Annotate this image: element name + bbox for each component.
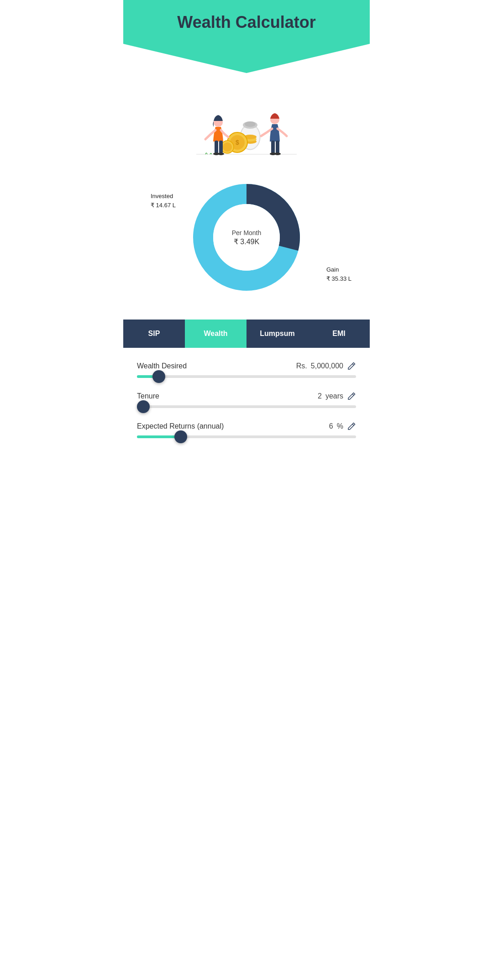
svg-point-22	[274, 152, 281, 155]
tab-sip[interactable]: SIP	[123, 320, 185, 348]
tenure-track	[137, 405, 356, 408]
gain-title: Gain	[326, 265, 351, 274]
tenure-label: Tenure	[137, 392, 159, 400]
wealth-desired-prefix: Rs.	[296, 362, 307, 370]
tenure-value-area: 2 years	[318, 392, 356, 401]
center-value: ₹ 3.49K	[232, 237, 262, 246]
tenure-value: 2	[318, 392, 322, 400]
expected-returns-label: Expected Returns (annual)	[137, 422, 224, 430]
expected-returns-value-area: 6 %	[329, 422, 356, 431]
center-label: Per Month	[232, 229, 262, 236]
expected-returns-slider[interactable]	[137, 435, 356, 438]
tenure-edit-icon[interactable]	[347, 392, 356, 401]
expected-returns-track	[137, 435, 356, 438]
svg-rect-19	[271, 141, 275, 153]
expected-returns-row: Expected Returns (annual) 6 %	[137, 422, 356, 431]
chart-center-text: Per Month ₹ 3.49K	[232, 229, 262, 246]
wealth-desired-row: Wealth Desired Rs. 5,000,000	[137, 362, 356, 371]
svg-point-17	[218, 152, 224, 155]
gain-value: ₹ 35.33 L	[326, 274, 351, 283]
tenure-thumb[interactable]	[137, 400, 150, 413]
tenure-suffix: years	[325, 392, 343, 400]
title-calculator: Calculator	[231, 13, 316, 31]
expected-returns-value: 6	[329, 422, 333, 430]
title-wealth: Wealth	[177, 13, 231, 31]
svg-text:$: $	[236, 139, 239, 146]
tab-wealth[interactable]: Wealth	[185, 320, 246, 348]
gain-label: Gain ₹ 35.33 L	[326, 265, 351, 283]
svg-rect-20	[276, 141, 279, 153]
controls-section: Wealth Desired Rs. 5,000,000 Tenure 2 ye…	[123, 348, 370, 461]
invested-label: Invested ₹ 14.67 L	[151, 192, 176, 210]
expected-returns-edit-icon[interactable]	[347, 422, 356, 431]
invested-value: ₹ 14.67 L	[151, 201, 176, 210]
chart-section: Invested ₹ 14.67 L Per Month ₹ 3.49K Gai…	[123, 160, 370, 306]
tabs-container: SIP Wealth Lumpsum EMI	[123, 320, 370, 348]
tenure-row: Tenure 2 years	[137, 392, 356, 401]
wealth-desired-thumb[interactable]	[152, 370, 165, 383]
tab-lumpsum[interactable]: Lumpsum	[246, 320, 308, 348]
svg-rect-14	[215, 141, 218, 153]
wealth-desired-value: 5,000,000	[311, 362, 343, 370]
wealth-desired-slider[interactable]	[137, 375, 356, 378]
tenure-slider[interactable]	[137, 405, 356, 408]
bottom-spacer	[123, 461, 370, 479]
tab-emi[interactable]: EMI	[308, 320, 370, 348]
svg-point-4	[245, 121, 256, 127]
wealth-desired-track	[137, 375, 356, 378]
svg-point-12	[223, 142, 232, 152]
wealth-desired-value-area: Rs. 5,000,000	[296, 362, 356, 371]
illustration-area: $	[123, 87, 370, 160]
hero-illustration: $	[187, 96, 306, 160]
app-title: Wealth Calculator	[123, 0, 370, 32]
wealth-desired-label: Wealth Desired	[137, 362, 187, 370]
donut-chart-container: Invested ₹ 14.67 L Per Month ₹ 3.49K Gai…	[187, 178, 306, 297]
wealth-desired-edit-icon[interactable]	[347, 362, 356, 371]
invested-title: Invested	[151, 192, 176, 201]
svg-rect-15	[219, 141, 223, 153]
expected-returns-thumb[interactable]	[174, 430, 187, 443]
expected-returns-suffix: %	[337, 422, 343, 430]
header-section: Wealth Calculator	[123, 0, 370, 100]
